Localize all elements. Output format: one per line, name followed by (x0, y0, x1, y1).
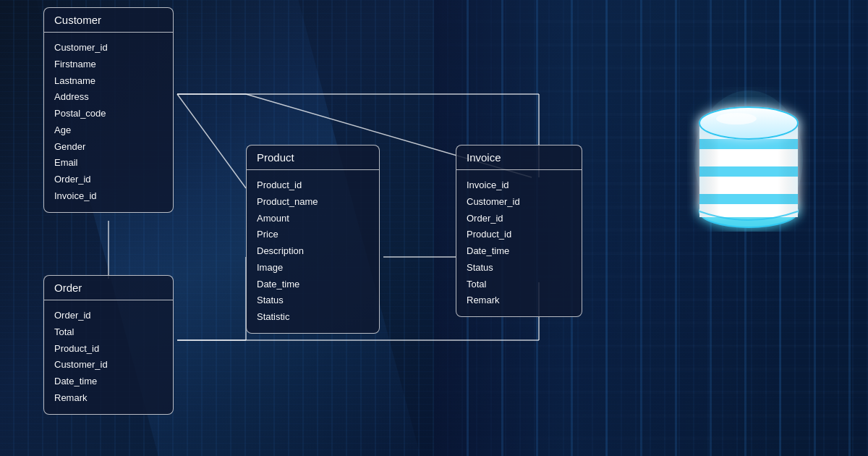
svg-point-27 (716, 113, 757, 124)
field-ord-total: Total (54, 324, 163, 341)
field-address: Address (54, 89, 163, 106)
field-age: Age (54, 122, 163, 139)
field-ord-customer-id: Customer_id (54, 357, 163, 373)
field-postal-code: Postal_code (54, 106, 163, 122)
order-table: Order Order_id Total Product_id Customer… (43, 275, 174, 415)
order-table-title: Order (44, 276, 173, 300)
field-ord-remark: Remark (54, 390, 163, 407)
field-invoice-id: Invoice_id (54, 188, 163, 205)
customer-table-title: Customer (44, 8, 173, 33)
field-inv-order-id: Order_id (467, 211, 571, 227)
field-price: Price (257, 227, 369, 243)
field-image: Image (257, 260, 369, 276)
field-inv-date-time: Date_time (467, 243, 571, 260)
field-inv-status: Status (467, 260, 571, 276)
field-description: Description (257, 243, 369, 260)
field-email: Email (54, 155, 163, 172)
field-invoice-id: Invoice_id (467, 177, 571, 194)
field-lastname: Lastname (54, 73, 163, 90)
field-product-id: Product_id (257, 177, 369, 194)
invoice-table-fields: Invoice_id Customer_id Order_id Product_… (456, 170, 582, 316)
field-date-time: Date_time (257, 276, 369, 293)
field-inv-remark: Remark (467, 292, 571, 309)
invoice-table-title: Invoice (456, 145, 582, 170)
field-ord-order-id: Order_id (54, 308, 163, 324)
order-table-fields: Order_id Total Product_id Customer_id Da… (44, 300, 173, 414)
field-status: Status (257, 292, 369, 309)
field-firstname: Firstname (54, 56, 163, 73)
field-customer-id: Customer_id (54, 40, 163, 56)
field-amount: Amount (257, 211, 369, 227)
field-product-name: Product_name (257, 194, 369, 211)
field-ord-date-time: Date_time (54, 373, 163, 390)
field-statistic: Statistic (257, 309, 369, 326)
field-gender: Gender (54, 139, 163, 156)
field-inv-customer-id: Customer_id (467, 194, 571, 211)
product-table-fields: Product_id Product_name Amount Price Des… (247, 170, 379, 333)
invoice-table: Invoice Invoice_id Customer_id Order_id … (456, 145, 582, 317)
field-inv-product-id: Product_id (467, 227, 571, 243)
field-order-id: Order_id (54, 172, 163, 188)
customer-table-fields: Customer_id Firstname Lastname Address P… (44, 33, 173, 212)
product-table: Product Product_id Product_name Amount P… (246, 145, 380, 334)
field-ord-product-id: Product_id (54, 341, 163, 358)
database-icon (687, 87, 810, 235)
customer-table: Customer Customer_id Firstname Lastname … (43, 7, 174, 213)
field-inv-total: Total (467, 276, 571, 293)
product-table-title: Product (247, 145, 379, 170)
